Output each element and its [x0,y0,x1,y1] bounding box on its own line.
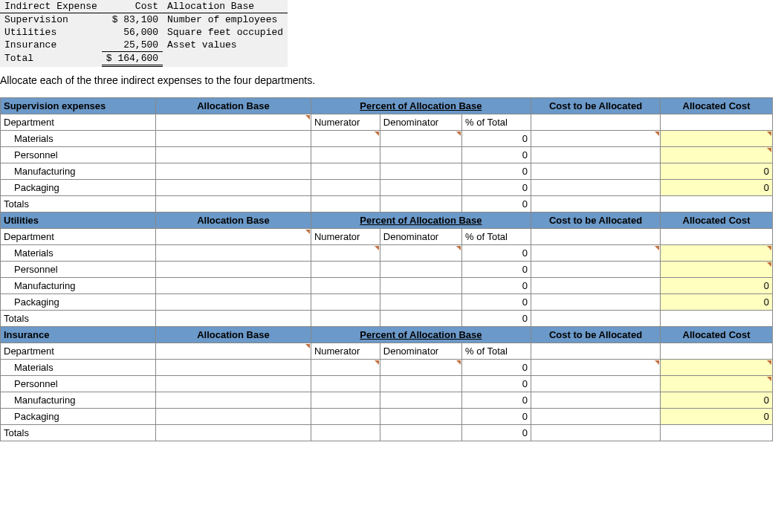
cost-input[interactable] [531,392,660,409]
row-base: Asset values [163,39,288,52]
row-base: Square feet occupied [163,26,288,39]
alloc-cost-output[interactable] [661,245,773,262]
denominator-input[interactable] [380,392,461,409]
pct-value: 0 [462,180,531,196]
cost-input[interactable] [531,360,660,376]
alloc-cost-output[interactable] [661,131,773,147]
row-name: Utilities [0,26,102,39]
alloc-cost-output[interactable] [661,360,773,376]
dropdown-icon [456,360,461,365]
row-cost: 56,000 [102,26,163,39]
denominator-input[interactable] [380,409,461,425]
denominator-input[interactable] [380,180,461,196]
hdr-numerator: Numerator [311,343,380,360]
totals-label: Totals [1,196,156,213]
denominator-input[interactable] [380,163,461,180]
hdr-alloc-base: Allocation Base [155,213,311,229]
numerator-input[interactable] [311,245,380,262]
instruction-text: Allocate each of the three indirect expe… [0,74,781,86]
dept-name: Manufacturing [1,278,156,294]
hdr-denominator: Denominator [380,343,461,360]
hdr-denominator: Denominator [380,229,461,245]
numerator-input[interactable] [311,278,380,294]
dropdown-icon [375,132,379,136]
section-title-utilities: Utilities [1,213,156,229]
alloc-cost-output: 0 [661,163,773,180]
denominator-input[interactable] [380,376,461,392]
alloc-cost-output: 0 [661,294,773,311]
numerator-input[interactable] [311,294,380,311]
cost-input[interactable] [531,409,660,425]
hdr-alloc-cost: Allocated Cost [661,98,773,114]
denominator-input[interactable] [380,262,461,278]
denominator-input[interactable] [380,131,461,147]
denominator-input[interactable] [380,278,461,294]
cost-input[interactable] [531,376,660,392]
alloc-base-input[interactable] [155,114,311,131]
alloc-cost-output: 0 [661,409,773,425]
pct-total: 0 [462,196,531,213]
pct-value: 0 [462,147,531,163]
alloc-base-input[interactable] [155,229,311,245]
row-base: Number of employees [163,13,288,27]
cost-input[interactable] [531,294,660,311]
pct-value: 0 [462,245,531,262]
pct-total: 0 [462,425,531,441]
numerator-input[interactable] [311,147,380,163]
cost-input[interactable] [531,245,660,262]
pct-value: 0 [462,262,531,278]
dropdown-icon [767,148,771,152]
th-indirect-expense: Indirect Expense [0,0,102,13]
alloc-cost-output[interactable] [661,147,773,163]
cost-input[interactable] [531,180,660,196]
cost-input[interactable] [531,262,660,278]
alloc-cost-output: 0 [661,180,773,196]
numerator-input[interactable] [311,163,380,180]
dept-name: Personnel [1,376,156,392]
dept-name: Materials [1,245,156,262]
dropdown-icon [767,377,771,381]
pct-total: 0 [462,311,531,327]
numerator-input[interactable] [311,409,380,425]
hdr-denominator: Denominator [380,114,461,131]
cost-input[interactable] [531,131,660,147]
numerator-input[interactable] [311,262,380,278]
cost-input[interactable] [531,278,660,294]
pct-value: 0 [462,163,531,180]
dropdown-icon [305,344,310,348]
denominator-input[interactable] [380,360,461,376]
denominator-input[interactable] [380,147,461,163]
alloc-base-input[interactable] [155,343,311,360]
numerator-input[interactable] [311,360,380,376]
dropdown-icon [655,246,659,250]
th-cost: Cost [102,0,163,13]
dropdown-icon [655,132,659,136]
dept-name: Personnel [1,147,156,163]
hdr-numerator: Numerator [311,114,380,131]
row-cost: $ 83,100 [102,13,163,27]
totals-label: Totals [1,425,156,441]
dept-name: Materials [1,360,156,376]
cost-input[interactable] [531,147,660,163]
hdr-alloc-base: Allocation Base [155,98,311,114]
dept-name: Packaging [1,180,156,196]
alloc-cost-output[interactable] [661,262,773,278]
denominator-input[interactable] [380,245,461,262]
denominator-input[interactable] [380,294,461,311]
dept-name: Personnel [1,262,156,278]
total-cost: $ 164,600 [102,52,163,66]
hdr-alloc-cost: Allocated Cost [661,213,773,229]
numerator-input[interactable] [311,376,380,392]
numerator-input[interactable] [311,180,380,196]
cost-input[interactable] [531,163,660,180]
numerator-input[interactable] [311,392,380,409]
indirect-expense-summary-table: Indirect Expense Cost Allocation Base Su… [0,0,288,67]
pct-value: 0 [462,409,531,425]
alloc-cost-output[interactable] [661,376,773,392]
hdr-department: Department [1,343,156,360]
numerator-input[interactable] [311,131,380,147]
row-cost: 25,500 [102,39,163,52]
dropdown-icon [375,360,379,365]
dept-name: Manufacturing [1,392,156,409]
hdr-percent-alloc: Percent of Allocation Base [311,98,531,114]
